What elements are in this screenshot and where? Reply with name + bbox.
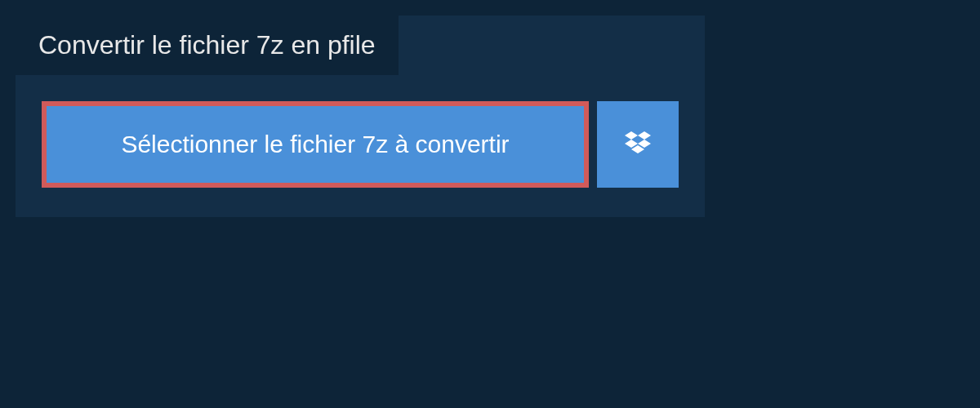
tab-header: Convertir le fichier 7z en pfile [16,16,399,75]
converter-panel: Convertir le fichier 7z en pfile Sélecti… [16,16,705,217]
dropbox-button[interactable] [597,101,679,188]
page-title: Convertir le fichier 7z en pfile [38,30,376,60]
upload-area: Sélectionner le fichier 7z à convertir [16,75,705,217]
select-file-button[interactable]: Sélectionner le fichier 7z à convertir [42,101,589,188]
select-file-label: Sélectionner le fichier 7z à convertir [121,131,509,158]
dropbox-icon [621,128,654,161]
